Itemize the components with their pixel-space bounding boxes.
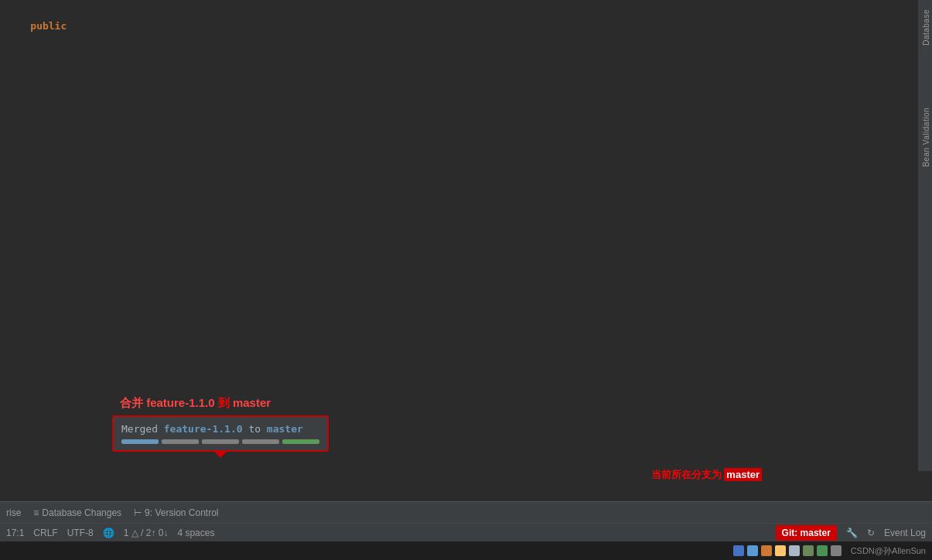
swatch-5 (789, 545, 800, 556)
popup-message: Merged feature-1.1.0 to master (121, 423, 319, 435)
master-highlight: master (724, 468, 762, 481)
swatch-3 (761, 545, 772, 556)
status-wrench-icon[interactable]: 🔧 (846, 528, 858, 538)
toolbar-database-changes[interactable]: ≡ Database Changes (33, 507, 121, 518)
toolbar-enterprise[interactable]: rise (6, 507, 21, 518)
status-refresh-icon[interactable]: ↻ (867, 528, 875, 538)
progress-block-3 (202, 439, 239, 444)
color-swatches (733, 545, 842, 556)
popup-branch: feature-1.1.0 (164, 423, 243, 435)
popup-to: to (248, 423, 261, 435)
popup-master: master (267, 423, 303, 435)
label-to: 到 (218, 396, 233, 409)
database-icon: ≡ (33, 507, 39, 518)
progress-block-4 (242, 439, 279, 444)
status-git-status[interactable]: 1 △ / 2↑ 0↓ (124, 528, 169, 538)
swatch-7 (817, 545, 828, 556)
sidebar-tab-bean-validation[interactable]: Bean Validation (918, 101, 932, 173)
right-annotation: 当前所在分支为 master (651, 464, 762, 486)
status-line-ending[interactable]: CRLF (33, 528, 57, 538)
status-git-branch[interactable]: Git: master (776, 525, 837, 541)
sidebar-tab-database[interactable]: Database (918, 3, 932, 52)
status-indent[interactable]: 4 spaces (177, 528, 214, 538)
status-bar: 17:1 CRLF UTF-8 🌐 1 △ / 2↑ 0↓ 4 spaces G… (0, 523, 932, 541)
progress-block-5 (282, 439, 319, 444)
version-control-icon: ⊢ (134, 507, 142, 518)
notification-label: 合并 feature-1.1.0 到 master (112, 396, 336, 411)
code-area: public static void main (String[] args) … (0, 0, 918, 43)
database-changes-label: Database Changes (42, 507, 121, 518)
swatch-1 (733, 545, 744, 556)
progress-block-1 (121, 439, 159, 444)
toolbar-version-control[interactable]: ⊢ 9: Version Control (134, 507, 218, 518)
progress-block-2 (162, 439, 199, 444)
status-event-log[interactable]: Event Log (884, 528, 926, 538)
notification-popup: Merged feature-1.1.0 to master (112, 415, 329, 452)
status-position[interactable]: 17:1 (6, 528, 24, 538)
taskbar-user: CSDN@孙AllenSun (851, 545, 926, 557)
label-merge-zh: 合并 (120, 396, 143, 409)
right-sidebar: Database Bean Validation (918, 0, 932, 471)
bottom-toolbar: rise ≡ Database Changes ⊢ 9: Version Con… (0, 501, 932, 523)
swatch-4 (775, 545, 786, 556)
enterprise-label: rise (6, 507, 21, 518)
notification-area: 合并 feature-1.1.0 到 master Merged feature… (112, 396, 336, 452)
label-branch: feature-1.1.0 (146, 396, 214, 409)
version-control-label: 9: Version Control (145, 507, 218, 518)
status-globe: 🌐 (103, 528, 114, 538)
status-right: Git: master 🔧 ↻ Event Log (776, 525, 926, 541)
swatch-8 (831, 545, 842, 556)
label-target: master (233, 396, 271, 409)
annotation-text: 当前所在分支为 master (651, 468, 762, 482)
swatch-6 (803, 545, 814, 556)
status-encoding[interactable]: UTF-8 (67, 528, 94, 538)
popup-merged: Merged (121, 423, 158, 435)
keyword-public: public (30, 20, 67, 32)
popup-progress-bar (121, 439, 319, 444)
swatch-2 (747, 545, 758, 556)
taskbar: CSDN@孙AllenSun (0, 541, 932, 560)
